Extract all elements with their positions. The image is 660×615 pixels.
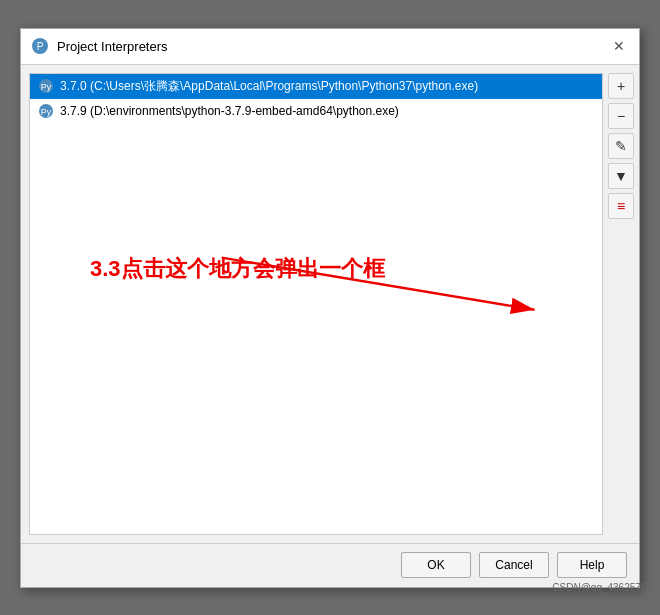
close-button[interactable]: ✕ — [609, 36, 629, 56]
arrow-svg — [70, 134, 582, 514]
footer: OK Cancel Help — [21, 543, 639, 587]
edit-interpreter-button[interactable]: ✎ — [608, 133, 634, 159]
add-interpreter-button[interactable]: + — [608, 73, 634, 99]
cancel-button[interactable]: Cancel — [479, 552, 549, 578]
toolbar: + − ✎ ▼ ≡ — [603, 65, 639, 543]
svg-text:P: P — [37, 41, 44, 52]
interpreter-item-text: 3.7.9 (D:\environments\python-3.7.9-embe… — [60, 104, 399, 118]
python-icon: Py — [38, 78, 54, 94]
remove-interpreter-button[interactable]: − — [608, 103, 634, 129]
title-bar-left: P Project Interpreters — [31, 37, 168, 55]
python-icon: Py — [38, 103, 54, 119]
interpreter-list-item[interactable]: Py3.7.0 (C:\Users\张腾森\AppData\Local\Prog… — [30, 74, 602, 99]
svg-line-7 — [222, 257, 535, 309]
show-paths-button[interactable]: ≡ — [608, 193, 634, 219]
project-interpreters-dialog: P Project Interpreters ✕ Py3.7.0 (C:\Use… — [20, 28, 640, 588]
content-area: Py3.7.0 (C:\Users\张腾森\AppData\Local\Prog… — [21, 65, 639, 543]
dialog-title: Project Interpreters — [57, 39, 168, 54]
ok-button[interactable]: OK — [401, 552, 471, 578]
annotation-area: 3.3点击这个地方会弹出一个框 — [70, 134, 582, 514]
svg-text:Py: Py — [41, 82, 52, 92]
interpreter-list-item[interactable]: Py3.7.9 (D:\environments\python-3.7.9-em… — [30, 99, 602, 123]
help-button[interactable]: Help — [557, 552, 627, 578]
dialog-icon: P — [31, 37, 49, 55]
title-bar: P Project Interpreters ✕ — [21, 29, 639, 65]
annotation-text: 3.3点击这个地方会弹出一个框 — [90, 254, 385, 284]
svg-text:Py: Py — [41, 107, 52, 117]
filter-button[interactable]: ▼ — [608, 163, 634, 189]
interpreter-item-text: 3.7.0 (C:\Users\张腾森\AppData\Local\Progra… — [60, 78, 478, 95]
interpreter-list[interactable]: Py3.7.0 (C:\Users\张腾森\AppData\Local\Prog… — [29, 73, 603, 535]
